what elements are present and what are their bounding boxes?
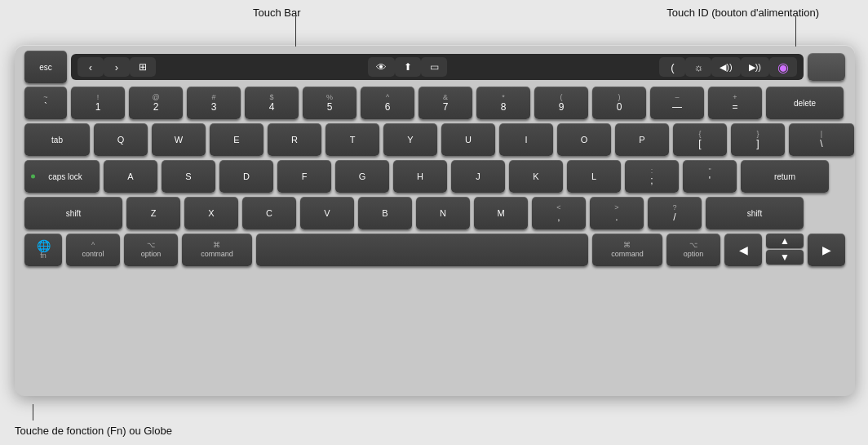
backtick-key[interactable]: ~ ` <box>24 87 67 119</box>
key-e[interactable]: E <box>210 123 264 156</box>
right-shift-key[interactable]: shift <box>706 197 804 229</box>
right-arrow-key[interactable]: ▶ <box>808 234 845 266</box>
asdf-row: caps lock A S D F G H J K L :; "' return <box>24 160 845 193</box>
brightness-paren-button[interactable]: ( <box>659 57 685 77</box>
mute-button[interactable]: ▶)) <box>741 57 769 77</box>
key-backslash[interactable]: |\ <box>789 123 854 156</box>
key-v[interactable]: V <box>300 197 354 229</box>
touch-bar-line <box>295 16 296 47</box>
volume-button[interactable]: ◀)) <box>711 57 740 77</box>
zxcv-row: shift Z X C V B N M <, >. ?/ shift <box>24 197 845 229</box>
key-0[interactable]: )0 <box>592 87 646 119</box>
delete-key[interactable]: delete <box>766 87 844 119</box>
key-2[interactable]: @2 <box>129 87 183 119</box>
number-row: ~ ` !1 @2 #3 $4 %5 ^6 &7 *8 (9 <box>24 87 845 119</box>
keyboard: esc ‹ › ⊞ 👁 ⬆ ▭ ( ☼ ◀)) ▶)) ◉ ~ ` <box>15 45 855 396</box>
tab-key[interactable]: tab <box>24 123 90 156</box>
key-m[interactable]: M <box>474 197 528 229</box>
key-b[interactable]: B <box>358 197 412 229</box>
key-slash[interactable]: ?/ <box>648 197 702 229</box>
touch-bar-label: Touch Bar <box>253 7 301 19</box>
touch-bar-strip: ‹ › ⊞ 👁 ⬆ ▭ ( ☼ ◀)) ▶)) ◉ <box>71 54 804 80</box>
key-z[interactable]: Z <box>126 197 180 229</box>
key-quote[interactable]: "' <box>683 160 737 193</box>
key-h[interactable]: H <box>393 160 447 193</box>
key-semicolon[interactable]: :; <box>625 160 679 193</box>
key-1[interactable]: !1 <box>71 87 125 119</box>
fn-key[interactable]: 🌐 fn <box>24 234 62 266</box>
key-k[interactable]: K <box>509 160 563 193</box>
key-r[interactable]: R <box>268 123 321 156</box>
key-n[interactable]: N <box>416 197 470 229</box>
key-7[interactable]: &7 <box>418 87 472 119</box>
touch-id-line <box>795 16 796 47</box>
return-key[interactable]: return <box>741 160 829 193</box>
up-down-arrow-keys: ▲ ▼ <box>766 234 804 266</box>
fn-globe-label: Touche de fonction (Fn) ou Globe <box>15 425 172 437</box>
fn-globe-line <box>33 404 33 421</box>
key-g[interactable]: G <box>335 160 389 193</box>
window-button[interactable]: ▭ <box>421 57 447 77</box>
control-key[interactable]: ^ control <box>66 234 120 266</box>
key-t[interactable]: T <box>326 123 379 156</box>
left-command-key[interactable]: ⌘ command <box>182 234 252 266</box>
esc-label: esc <box>39 63 52 72</box>
left-option-key[interactable]: ⌥ option <box>124 234 178 266</box>
esc-key[interactable]: esc <box>24 51 67 83</box>
brightness-button[interactable]: ☼ <box>685 57 711 77</box>
space-key[interactable] <box>256 234 588 266</box>
back-button[interactable]: ‹ <box>78 57 104 77</box>
forward-button[interactable]: › <box>104 57 130 77</box>
grid-button[interactable]: ⊞ <box>130 57 156 77</box>
caps-lock-key[interactable]: caps lock <box>24 160 100 193</box>
key-4[interactable]: $4 <box>245 87 299 119</box>
key-w[interactable]: W <box>152 123 206 156</box>
right-option-key[interactable]: ⌥ option <box>666 234 720 266</box>
up-arrow-key[interactable]: ▲ <box>766 234 804 248</box>
key-d[interactable]: D <box>219 160 273 193</box>
key-equals[interactable]: += <box>708 87 762 119</box>
key-period[interactable]: >. <box>590 197 644 229</box>
key-5[interactable]: %5 <box>303 87 356 119</box>
key-i[interactable]: I <box>499 123 553 156</box>
key-3[interactable]: #3 <box>187 87 241 119</box>
touchbar-row: esc ‹ › ⊞ 👁 ⬆ ▭ ( ☼ ◀)) ▶)) ◉ <box>24 53 845 81</box>
share-button[interactable]: ⬆ <box>395 57 421 77</box>
capslock-indicator <box>31 175 35 179</box>
left-shift-key[interactable]: shift <box>24 197 122 229</box>
eye-button[interactable]: 👁 <box>368 57 395 77</box>
bottom-row: 🌐 fn ^ control ⌥ option ⌘ command <box>24 234 845 266</box>
key-close-bracket[interactable]: }] <box>731 123 785 156</box>
siri-button[interactable]: ◉ <box>769 57 797 77</box>
key-8[interactable]: *8 <box>476 87 530 119</box>
key-c[interactable]: C <box>242 197 296 229</box>
key-x[interactable]: X <box>184 197 238 229</box>
key-q[interactable]: Q <box>94 123 148 156</box>
key-s[interactable]: S <box>162 160 215 193</box>
key-a[interactable]: A <box>104 160 157 193</box>
key-9[interactable]: (9 <box>534 87 588 119</box>
key-open-bracket[interactable]: {[ <box>673 123 727 156</box>
key-6[interactable]: ^6 <box>361 87 414 119</box>
key-p[interactable]: P <box>615 123 669 156</box>
key-u[interactable]: U <box>441 123 495 156</box>
key-y[interactable]: Y <box>383 123 437 156</box>
key-o[interactable]: O <box>557 123 611 156</box>
key-j[interactable]: J <box>451 160 505 193</box>
key-minus[interactable]: –— <box>650 87 704 119</box>
key-f[interactable]: F <box>277 160 331 193</box>
delete-label: delete <box>794 99 816 108</box>
right-command-key[interactable]: ⌘ command <box>592 234 662 266</box>
down-arrow-key[interactable]: ▼ <box>766 250 804 265</box>
key-l[interactable]: L <box>567 160 621 193</box>
qwerty-row: tab Q W E R T Y U I O P {[ }] |\ <box>24 123 845 156</box>
key-comma[interactable]: <, <box>532 197 586 229</box>
touch-id-key[interactable] <box>808 53 845 81</box>
left-arrow-key[interactable]: ◀ <box>724 234 762 266</box>
